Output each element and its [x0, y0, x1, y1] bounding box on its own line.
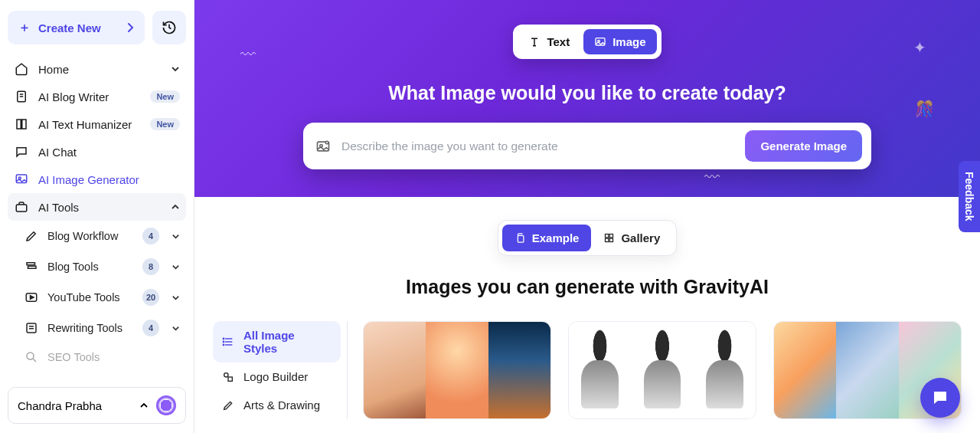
feedback-tab[interactable]: Feedback	[959, 161, 980, 232]
chat-icon	[14, 145, 29, 159]
style-arts[interactable]: Arts & Drawing	[213, 391, 341, 419]
view-example[interactable]: Example	[502, 225, 592, 251]
nav-home[interactable]: Home	[8, 55, 186, 83]
text-icon	[528, 36, 541, 48]
svg-point-29	[223, 344, 224, 345]
brush-icon	[222, 399, 234, 412]
grid-icon	[603, 232, 615, 244]
style-all[interactable]: All Image Styles	[213, 321, 341, 362]
create-new-label: Create New	[38, 21, 101, 34]
user-name: Chandra Prabha	[18, 399, 132, 412]
chat-launcher[interactable]	[920, 378, 960, 418]
svg-point-30	[224, 372, 228, 376]
svg-rect-19	[518, 235, 524, 242]
section-heading: Images you can generate with GravityAI	[194, 276, 980, 298]
nav-ai-tools[interactable]: AI Tools	[8, 193, 186, 221]
svg-line-13	[33, 359, 36, 362]
svg-rect-5	[16, 205, 27, 212]
play-icon	[24, 290, 40, 304]
decoration-icon: 〰	[240, 46, 256, 64]
document-icon	[14, 90, 29, 103]
hero-headline: What Image would you like to create toda…	[388, 82, 786, 104]
mode-text[interactable]: Text	[518, 29, 580, 54]
prompt-input[interactable]	[341, 139, 745, 153]
svg-rect-31	[228, 377, 232, 381]
nav-text-humanizer[interactable]: AI Text Humanizer New	[8, 110, 186, 138]
sub-youtube-tools[interactable]: YouTube Tools 20	[8, 282, 186, 313]
shapes-icon	[222, 371, 234, 383]
toolbox-icon	[14, 200, 29, 214]
sub-blog-tools[interactable]: Blog Tools 8	[8, 251, 186, 282]
svg-rect-21	[610, 235, 613, 238]
list-icon	[222, 336, 234, 348]
refresh-icon	[24, 321, 40, 335]
chevron-up-icon	[139, 401, 149, 410]
copy-icon	[514, 232, 526, 244]
history-icon	[162, 20, 177, 35]
svg-rect-23	[610, 238, 613, 241]
create-new-button[interactable]: ＋ Create New	[8, 11, 145, 44]
chevron-right-icon	[126, 22, 134, 33]
svg-rect-7	[28, 266, 37, 268]
pencil-icon	[24, 229, 40, 243]
generate-button[interactable]: Generate Image	[745, 130, 862, 162]
svg-rect-20	[606, 235, 609, 238]
chevron-up-icon	[171, 202, 180, 212]
sub-blog-workflow[interactable]: Blog Workflow 4	[8, 221, 186, 251]
image-icon	[14, 172, 29, 186]
style-logo[interactable]: Logo Builder	[213, 362, 341, 391]
nav-ai-chat[interactable]: AI Chat	[8, 138, 186, 166]
gallery-row: All Image Styles Logo Builder Arts & Dra…	[194, 298, 980, 430]
sidebar: ＋ Create New Home AI Blog Writer New AI …	[0, 0, 194, 433]
sub-rewriting-tools[interactable]: Rewriting Tools 4	[8, 313, 186, 343]
thumbnail-card[interactable]	[568, 321, 756, 419]
prompt-bar: Generate Image	[303, 123, 871, 169]
thumbnail-card[interactable]	[363, 321, 551, 419]
svg-rect-22	[606, 238, 609, 241]
mode-image[interactable]: Image	[583, 29, 656, 54]
svg-point-28	[223, 341, 224, 342]
chevron-down-icon	[172, 324, 180, 333]
avatar	[156, 395, 176, 415]
decoration-icon: 🎊	[915, 100, 934, 118]
style-panel: All Image Styles Logo Builder Arts & Dra…	[213, 321, 348, 419]
new-badge: New	[150, 90, 180, 103]
svg-rect-6	[27, 263, 35, 265]
main-content: 〰 ✦ 〰 🎊 Text Image What Image would you …	[194, 0, 980, 433]
chevron-down-icon	[172, 294, 180, 302]
view-gallery[interactable]: Gallery	[591, 225, 672, 251]
chat-icon	[931, 389, 949, 407]
image-icon	[594, 36, 606, 48]
chevron-down-icon	[171, 64, 180, 74]
nav-blog-writer[interactable]: AI Blog Writer New	[8, 83, 186, 110]
history-button[interactable]	[152, 11, 186, 44]
chevron-down-icon	[172, 263, 180, 271]
plus-icon: ＋	[18, 20, 31, 36]
svg-point-27	[223, 338, 224, 339]
new-badge: New	[150, 118, 180, 130]
user-menu[interactable]: Chandra Prabha	[8, 387, 186, 424]
sub-seo-tools[interactable]: SEO Tools	[8, 343, 186, 371]
search-icon	[24, 350, 40, 364]
hero: 〰 ✦ 〰 🎊 Text Image What Image would you …	[194, 0, 980, 197]
view-toggle: Example Gallery	[498, 220, 678, 256]
home-icon	[14, 62, 29, 76]
nav-list: Home AI Blog Writer New AI Text Humanize…	[8, 55, 186, 381]
decoration-icon: 〰	[704, 169, 720, 186]
add-image-icon[interactable]	[315, 139, 331, 154]
book-icon	[14, 117, 29, 131]
layers-icon	[24, 260, 40, 274]
mode-toggle: Text Image	[513, 25, 661, 59]
decoration-icon: ✦	[913, 38, 926, 57]
chevron-down-icon	[172, 232, 180, 241]
svg-point-12	[27, 353, 34, 359]
thumbnails	[363, 321, 962, 419]
nav-image-generator[interactable]: AI Image Generator	[8, 166, 186, 193]
